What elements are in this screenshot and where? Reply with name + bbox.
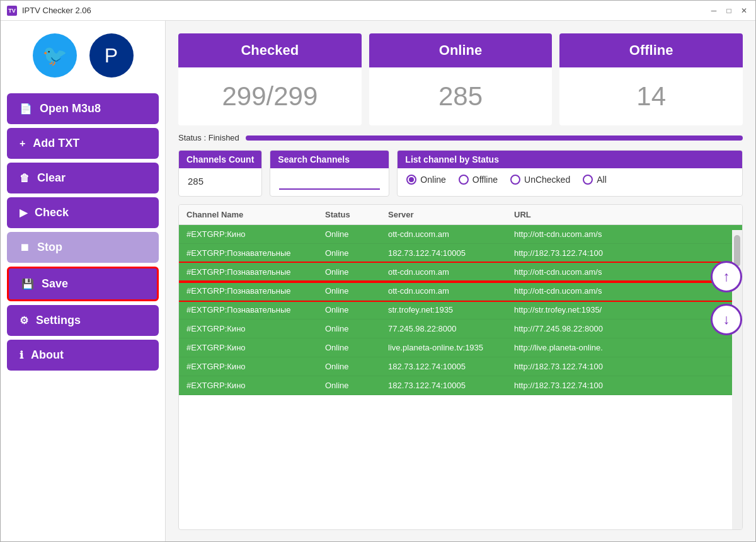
cell-server: 77.245.98.22:8000 xyxy=(388,324,514,333)
cell-url: http://182.73.122.74:100 xyxy=(514,248,735,258)
radio-online[interactable]: Online xyxy=(406,175,445,185)
settings-button[interactable]: ⚙ Settings xyxy=(7,305,159,336)
about-button[interactable]: ℹ About xyxy=(7,340,159,371)
add-txt-button[interactable]: + Add TXT xyxy=(7,128,159,159)
save-icon: 💾 xyxy=(21,278,34,290)
about-icon: ℹ xyxy=(20,349,23,361)
add-txt-label: Add TXT xyxy=(33,137,79,150)
content-area: Checked 299/299 Online 285 Offline 14 St… xyxy=(166,21,755,542)
radio-offline[interactable]: Offline xyxy=(459,175,498,185)
settings-icon: ⚙ xyxy=(20,314,28,326)
table-row[interactable]: #EXTGRP:Познавательные Online ott-cdn.uc… xyxy=(179,282,742,301)
sidebar: 🐦 P 📄 Open M3u8 + Add TXT 🗑 Clear ▶ Chec… xyxy=(1,21,166,542)
save-label: Save xyxy=(42,277,68,291)
cell-name: #EXTGRP:Познавательные xyxy=(186,267,325,277)
online-header: Online xyxy=(369,33,553,67)
table-row[interactable]: #EXTGRP:Познавательные Online ott-cdn.uc… xyxy=(179,263,742,282)
search-input[interactable] xyxy=(279,173,380,190)
table-row[interactable]: #EXTGRP:Познавательные Online 182.73.122… xyxy=(179,244,742,263)
status-text: Status : Finished xyxy=(178,133,239,142)
table-body: #EXTGRP:Кино Online ott-cdn.ucom.am http… xyxy=(179,225,742,529)
cell-url: http://77.245.98.22:8000 xyxy=(514,324,735,333)
scroll-down-button[interactable]: ↓ xyxy=(711,304,742,335)
check-label: Check xyxy=(35,206,69,219)
cell-name: #EXTGRP:Кино xyxy=(186,229,325,239)
cell-url: http://ott-cdn.ucom.am/s xyxy=(514,286,735,296)
open-m3u8-button[interactable]: 📄 Open M3u8 xyxy=(7,93,159,124)
cell-status: Online xyxy=(325,343,388,352)
offline-card: Offline 14 xyxy=(559,33,743,125)
check-button[interactable]: ▶ Check xyxy=(7,197,159,228)
radio-offline-circle[interactable] xyxy=(459,175,469,185)
table-row[interactable]: #EXTGRP:Кино Online 77.245.98.22:8000 ht… xyxy=(179,320,742,338)
col-server: Server xyxy=(388,210,514,219)
cell-status: Online xyxy=(325,229,388,239)
filter-status-options: Online Offline UnChecked All xyxy=(398,168,742,191)
cell-status: Online xyxy=(325,381,388,390)
cell-server: ott-cdn.ucom.am xyxy=(388,286,514,296)
clear-label: Clear xyxy=(37,171,66,185)
maximize-button[interactable]: □ xyxy=(724,6,734,16)
stop-button[interactable]: ⏹ Stop xyxy=(7,232,159,263)
checked-header: Checked xyxy=(178,33,362,67)
channels-count-card: Channels Count 285 xyxy=(178,150,262,197)
radio-unchecked-circle[interactable] xyxy=(510,175,520,185)
cell-name: #EXTGRP:Познавательные xyxy=(186,248,325,258)
channels-count-value: 285 xyxy=(188,173,253,189)
checked-value: 299/299 xyxy=(178,67,362,125)
twitter-button[interactable]: 🐦 xyxy=(33,33,77,78)
col-channel-name: Channel Name xyxy=(186,210,325,219)
cell-url: http://ott-cdn.ucom.am/s xyxy=(514,229,735,239)
table-row[interactable]: #EXTGRP:Кино Online live.planeta-online.… xyxy=(179,338,742,357)
list-by-status-label: List channel by Status xyxy=(398,151,742,168)
scroll-up-button[interactable]: ↑ xyxy=(711,261,742,292)
social-buttons: 🐦 P xyxy=(33,33,134,78)
radio-all-label: All xyxy=(597,175,607,185)
cell-server: 182.73.122.74:10005 xyxy=(388,362,514,371)
col-url: URL xyxy=(514,210,735,219)
cell-url: http://live.planeta-online. xyxy=(514,343,735,352)
stop-icon: ⏹ xyxy=(20,242,30,253)
radio-all-circle[interactable] xyxy=(583,175,593,185)
app-title: IPTV Checker 2.06 xyxy=(22,6,91,15)
check-icon: ▶ xyxy=(20,207,27,219)
table-row[interactable]: #EXTGRP:Кино Online 182.73.122.74:10005 … xyxy=(179,376,742,395)
titlebar-controls[interactable]: ─ □ ✕ xyxy=(709,6,749,16)
cell-name: #EXTGRP:Кино xyxy=(186,324,325,333)
radio-unchecked[interactable]: UnChecked xyxy=(510,175,570,185)
settings-label: Settings xyxy=(36,314,81,327)
status-bar: Status : Finished xyxy=(178,133,743,142)
checked-card: Checked 299/299 xyxy=(178,33,362,125)
minimize-button[interactable]: ─ xyxy=(709,6,719,16)
clear-button[interactable]: 🗑 Clear xyxy=(7,163,159,193)
stop-label: Stop xyxy=(37,241,62,254)
radio-online-circle[interactable] xyxy=(406,175,416,185)
radio-unchecked-label: UnChecked xyxy=(524,175,570,185)
cell-url: http://182.73.122.74:100 xyxy=(514,362,735,371)
table-header: Channel Name Status Server URL xyxy=(179,205,742,225)
cell-server: ott-cdn.ucom.am xyxy=(388,267,514,277)
open-m3u8-label: Open M3u8 xyxy=(40,102,101,115)
radio-all[interactable]: All xyxy=(583,175,607,185)
cell-status: Online xyxy=(325,248,388,258)
close-button[interactable]: ✕ xyxy=(739,6,749,16)
cell-name: #EXTGRP:Кино xyxy=(186,362,325,371)
cell-server: 182.73.122.74:10005 xyxy=(388,248,514,258)
main-container: 🐦 P 📄 Open M3u8 + Add TXT 🗑 Clear ▶ Chec… xyxy=(1,21,755,542)
save-button[interactable]: 💾 Save xyxy=(7,267,159,301)
col-status: Status xyxy=(325,210,388,219)
paypal-button[interactable]: P xyxy=(89,33,134,78)
cell-name: #EXTGRP:Кино xyxy=(186,343,325,352)
cell-status: Online xyxy=(325,305,388,314)
cell-server: str.trofey.net:1935 xyxy=(388,305,514,314)
table-row[interactable]: #EXTGRP:Познавательные Online str.trofey… xyxy=(179,301,742,320)
cell-status: Online xyxy=(325,286,388,296)
table-row[interactable]: #EXTGRP:Кино Online 182.73.122.74:10005 … xyxy=(179,357,742,376)
cell-url: http://str.trofey.net:1935/ xyxy=(514,305,735,314)
about-label: About xyxy=(31,349,64,362)
clear-icon: 🗑 xyxy=(20,173,30,184)
cell-status: Online xyxy=(325,362,388,371)
cell-server: live.planeta-online.tv:1935 xyxy=(388,343,514,352)
table-row[interactable]: #EXTGRP:Кино Online ott-cdn.ucom.am http… xyxy=(179,225,742,244)
search-channels-label: Search Channels xyxy=(270,151,389,168)
